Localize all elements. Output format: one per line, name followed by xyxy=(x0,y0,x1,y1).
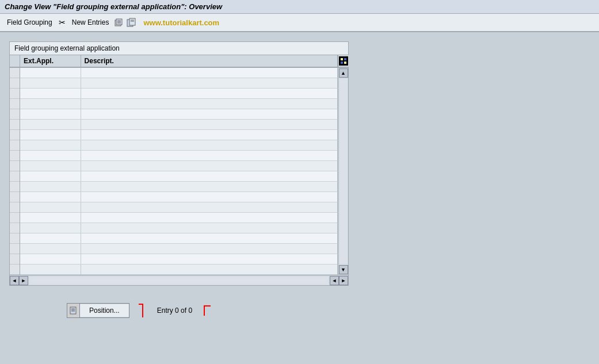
cell-descript[interactable] xyxy=(81,150,337,160)
cell-ext[interactable] xyxy=(20,78,81,88)
checkbox-row-16[interactable] xyxy=(10,223,20,233)
cell-descript[interactable] xyxy=(81,171,337,181)
cell-ext[interactable] xyxy=(20,202,81,212)
cell-ext[interactable] xyxy=(20,150,81,160)
cell-descript[interactable] xyxy=(81,78,337,88)
cell-descript[interactable] xyxy=(81,264,337,274)
svg-rect-6 xyxy=(129,18,135,25)
table-row[interactable] xyxy=(20,212,338,223)
cell-ext[interactable] xyxy=(20,119,81,129)
checkbox-row-8[interactable] xyxy=(10,140,20,151)
scroll-down-button[interactable]: ▼ xyxy=(339,265,348,274)
checkbox-row-15[interactable] xyxy=(10,213,20,223)
cell-descript[interactable] xyxy=(81,160,337,171)
table-row[interactable] xyxy=(20,202,338,212)
table-row[interactable] xyxy=(20,160,338,171)
cell-ext[interactable] xyxy=(20,129,81,140)
watermark: www.tutorialkart.com xyxy=(143,18,219,27)
checkbox-row-12[interactable] xyxy=(10,182,20,192)
checkbox-row-14[interactable] xyxy=(10,202,20,213)
cell-ext[interactable] xyxy=(20,212,81,223)
cell-ext[interactable] xyxy=(20,98,81,109)
checkbox-row-13[interactable] xyxy=(10,192,20,202)
checkbox-row-2[interactable] xyxy=(10,78,20,89)
cell-descript[interactable] xyxy=(81,98,337,109)
table-row[interactable] xyxy=(20,150,338,160)
checkbox-row-5[interactable] xyxy=(10,109,20,120)
table-row[interactable] xyxy=(20,109,338,119)
hscroll-right-left[interactable]: ► xyxy=(19,276,28,285)
checkbox-row-11[interactable] xyxy=(10,171,20,182)
hscroll-left-left[interactable]: ◄ xyxy=(10,276,19,285)
cell-ext[interactable] xyxy=(20,243,81,254)
cell-descript[interactable] xyxy=(81,191,337,202)
checkbox-row-7[interactable] xyxy=(10,130,20,140)
copy-icon-1[interactable] xyxy=(113,17,124,28)
checkbox-row-6[interactable] xyxy=(10,120,20,130)
cell-ext[interactable] xyxy=(20,223,81,233)
hscroll-track xyxy=(29,277,329,285)
cell-descript[interactable] xyxy=(81,119,337,129)
cell-ext[interactable] xyxy=(20,191,81,202)
cell-descript[interactable] xyxy=(81,67,337,78)
table-row[interactable] xyxy=(20,264,338,274)
table-row[interactable] xyxy=(20,243,338,254)
cell-ext[interactable] xyxy=(20,233,81,243)
cell-ext[interactable] xyxy=(20,160,81,171)
scroll-up-button[interactable]: ▲ xyxy=(339,68,348,78)
cell-ext[interactable] xyxy=(20,88,81,98)
position-button[interactable]: Position... xyxy=(67,303,129,318)
checkbox-row-20[interactable] xyxy=(10,265,20,275)
cell-ext[interactable] xyxy=(20,171,81,181)
horizontal-scroll-area: ◄ ► ◄ ► xyxy=(10,275,348,285)
checkbox-row-10[interactable] xyxy=(10,161,20,171)
table-row[interactable] xyxy=(20,78,338,88)
table-row[interactable] xyxy=(20,223,338,233)
checkbox-row-1[interactable] xyxy=(10,68,20,78)
cell-descript[interactable] xyxy=(81,181,337,191)
hscroll-left-right[interactable]: ◄ xyxy=(330,276,339,285)
cell-descript[interactable] xyxy=(81,233,337,243)
cell-ext[interactable] xyxy=(20,109,81,119)
table-row[interactable] xyxy=(20,171,338,181)
svg-rect-9 xyxy=(70,307,76,314)
checkbox-row-4[interactable] xyxy=(10,99,20,109)
copy-icon-2[interactable] xyxy=(126,17,136,28)
cell-descript[interactable] xyxy=(81,129,337,140)
table-row[interactable] xyxy=(20,191,338,202)
table-row[interactable] xyxy=(20,254,338,264)
table-row[interactable] xyxy=(20,119,338,129)
table-row[interactable] xyxy=(20,88,338,98)
checkbox-row-3[interactable] xyxy=(10,89,20,99)
checkbox-row-19[interactable] xyxy=(10,254,20,265)
field-grouping-menu[interactable]: Field Grouping xyxy=(5,17,55,28)
cell-descript[interactable] xyxy=(81,223,337,233)
cell-ext[interactable] xyxy=(20,254,81,264)
table-row[interactable] xyxy=(20,140,338,150)
entry-status: Entry 0 of 0 xyxy=(157,306,192,315)
cell-ext[interactable] xyxy=(20,140,81,150)
table-row[interactable] xyxy=(20,233,338,243)
checkbox-row-17[interactable] xyxy=(10,233,20,244)
checkbox-row-18[interactable] xyxy=(10,244,20,254)
checkbox-row-9[interactable] xyxy=(10,151,20,161)
table-row[interactable] xyxy=(20,129,338,140)
scissors-icon[interactable]: ✂ xyxy=(57,17,67,28)
cell-descript[interactable] xyxy=(81,212,337,223)
cell-ext[interactable] xyxy=(20,264,81,274)
cell-descript[interactable] xyxy=(81,88,337,98)
table-row[interactable] xyxy=(20,67,338,78)
table-row[interactable] xyxy=(20,98,338,109)
table-row[interactable] xyxy=(20,181,338,191)
hscroll-right-right[interactable]: ► xyxy=(339,276,348,285)
cell-ext[interactable] xyxy=(20,67,81,78)
cell-descript[interactable] xyxy=(81,202,337,212)
cell-descript[interactable] xyxy=(81,140,337,150)
cell-descript[interactable] xyxy=(81,109,337,119)
cell-descript[interactable] xyxy=(81,254,337,264)
cell-descript[interactable] xyxy=(81,243,337,254)
cell-ext[interactable] xyxy=(20,181,81,191)
new-entries-button[interactable]: New Entries xyxy=(70,17,112,28)
position-label[interactable]: Position... xyxy=(80,304,129,317)
corner-grid-icon[interactable] xyxy=(338,55,349,68)
